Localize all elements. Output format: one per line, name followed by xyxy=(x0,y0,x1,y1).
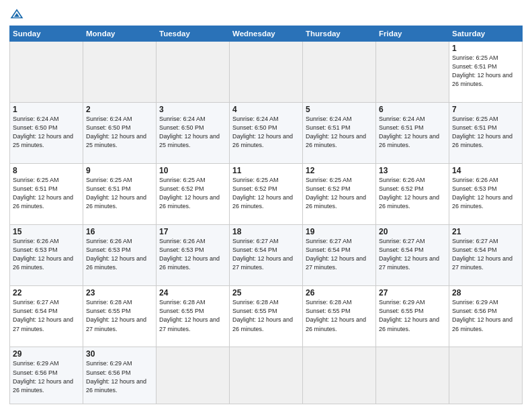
calendar-cell: 3 Sunrise: 6:24 AMSunset: 6:50 PMDayligh… xyxy=(157,103,230,164)
day-number: 11 xyxy=(232,166,300,175)
day-info: Sunrise: 6:24 AMSunset: 6:51 PMDaylight:… xyxy=(379,116,439,148)
calendar-day-header: Saturday xyxy=(449,26,523,42)
day-number: 21 xyxy=(452,227,519,236)
calendar-day-header: Monday xyxy=(83,26,157,42)
calendar-cell: 27 Sunrise: 6:29 AMSunset: 6:55 PMDaylig… xyxy=(376,286,449,347)
day-info: Sunrise: 6:29 AMSunset: 6:55 PMDaylight:… xyxy=(379,299,439,332)
logo xyxy=(9,7,27,21)
day-number: 3 xyxy=(159,105,226,114)
day-number: 6 xyxy=(379,105,446,114)
calendar-cell: 21 Sunrise: 6:27 AMSunset: 6:54 PMDaylig… xyxy=(449,225,523,286)
page: SundayMondayTuesdayWednesdayThursdayFrid… xyxy=(0,0,532,411)
calendar-cell: 14 Sunrise: 6:26 AMSunset: 6:53 PMDaylig… xyxy=(449,164,523,225)
calendar-cell: 28 Sunrise: 6:29 AMSunset: 6:56 PMDaylig… xyxy=(449,286,523,347)
day-info: Sunrise: 6:29 AMSunset: 6:56 PMDaylight:… xyxy=(452,299,513,332)
day-info: Sunrise: 6:25 AMSunset: 6:51 PMDaylight:… xyxy=(86,177,146,210)
calendar-cell: 4 Sunrise: 6:24 AMSunset: 6:50 PMDayligh… xyxy=(230,103,303,164)
day-info: Sunrise: 6:26 AMSunset: 6:53 PMDaylight:… xyxy=(86,238,146,271)
day-number: 9 xyxy=(86,166,153,175)
day-number: 26 xyxy=(306,288,373,298)
day-number: 1 xyxy=(13,105,80,114)
day-number: 12 xyxy=(306,166,373,175)
calendar-cell: 9 Sunrise: 6:25 AMSunset: 6:51 PMDayligh… xyxy=(83,164,157,225)
calendar-cell: 19 Sunrise: 6:27 AMSunset: 6:54 PMDaylig… xyxy=(303,225,376,286)
calendar-day-header: Thursday xyxy=(303,26,376,42)
calendar-cell: 26 Sunrise: 6:28 AMSunset: 6:55 PMDaylig… xyxy=(303,286,376,347)
calendar-cell: 11 Sunrise: 6:25 AMSunset: 6:52 PMDaylig… xyxy=(230,164,303,225)
day-number: 15 xyxy=(13,227,80,236)
day-number: 7 xyxy=(452,105,519,114)
day-info: Sunrise: 6:26 AMSunset: 6:53 PMDaylight:… xyxy=(13,238,73,271)
calendar-table: SundayMondayTuesdayWednesdayThursdayFrid… xyxy=(9,26,523,404)
day-number: 16 xyxy=(86,227,153,236)
calendar-cell xyxy=(303,42,376,103)
calendar-cell: 5 Sunrise: 6:24 AMSunset: 6:51 PMDayligh… xyxy=(303,103,376,164)
day-number: 8 xyxy=(13,166,80,175)
calendar-cell: 1 Sunrise: 6:25 AMSunset: 6:51 PMDayligh… xyxy=(449,42,523,103)
calendar-cell: 30 Sunrise: 6:29 AMSunset: 6:56 PMDaylig… xyxy=(83,347,157,404)
calendar-cell: 12 Sunrise: 6:25 AMSunset: 6:52 PMDaylig… xyxy=(303,164,376,225)
calendar-cell xyxy=(230,42,303,103)
calendar-cell xyxy=(230,347,303,404)
calendar-day-header: Friday xyxy=(376,26,449,42)
day-number: 18 xyxy=(232,227,300,236)
day-number: 22 xyxy=(13,288,80,298)
calendar-cell: 17 Sunrise: 6:26 AMSunset: 6:53 PMDaylig… xyxy=(157,225,230,286)
calendar-cell: 2 Sunrise: 6:24 AMSunset: 6:50 PMDayligh… xyxy=(83,103,157,164)
day-info: Sunrise: 6:24 AMSunset: 6:50 PMDaylight:… xyxy=(86,116,146,148)
day-info: Sunrise: 6:26 AMSunset: 6:52 PMDaylight:… xyxy=(379,177,439,210)
calendar-cell: 1 Sunrise: 6:24 AMSunset: 6:50 PMDayligh… xyxy=(10,103,83,164)
calendar-cell xyxy=(83,42,157,103)
day-number: 2 xyxy=(86,105,153,114)
calendar-cell: 10 Sunrise: 6:25 AMSunset: 6:52 PMDaylig… xyxy=(157,164,230,225)
day-number: 30 xyxy=(86,349,153,359)
day-info: Sunrise: 6:24 AMSunset: 6:51 PMDaylight:… xyxy=(306,116,366,148)
day-number: 14 xyxy=(452,166,519,175)
day-number: 1 xyxy=(452,44,519,53)
day-info: Sunrise: 6:29 AMSunset: 6:56 PMDaylight:… xyxy=(86,360,146,393)
day-info: Sunrise: 6:27 AMSunset: 6:54 PMDaylight:… xyxy=(13,299,73,332)
calendar-cell xyxy=(376,42,449,103)
day-info: Sunrise: 6:27 AMSunset: 6:54 PMDaylight:… xyxy=(379,238,439,271)
calendar-cell: 15 Sunrise: 6:26 AMSunset: 6:53 PMDaylig… xyxy=(10,225,83,286)
day-info: Sunrise: 6:26 AMSunset: 6:53 PMDaylight:… xyxy=(159,238,220,271)
day-info: Sunrise: 6:25 AMSunset: 6:52 PMDaylight:… xyxy=(159,177,220,210)
calendar-cell: 25 Sunrise: 6:28 AMSunset: 6:55 PMDaylig… xyxy=(230,286,303,347)
day-number: 5 xyxy=(306,105,373,114)
day-info: Sunrise: 6:28 AMSunset: 6:55 PMDaylight:… xyxy=(306,299,366,332)
day-number: 4 xyxy=(232,105,300,114)
day-info: Sunrise: 6:29 AMSunset: 6:56 PMDaylight:… xyxy=(13,360,73,393)
day-number: 17 xyxy=(159,227,226,236)
day-info: Sunrise: 6:25 AMSunset: 6:51 PMDaylight:… xyxy=(452,54,513,87)
calendar-cell: 6 Sunrise: 6:24 AMSunset: 6:51 PMDayligh… xyxy=(376,103,449,164)
day-info: Sunrise: 6:28 AMSunset: 6:55 PMDaylight:… xyxy=(232,299,293,332)
day-number: 24 xyxy=(159,288,226,298)
calendar-cell xyxy=(303,347,376,404)
calendar-day-header: Sunday xyxy=(10,26,83,42)
day-info: Sunrise: 6:24 AMSunset: 6:50 PMDaylight:… xyxy=(232,116,293,148)
day-info: Sunrise: 6:26 AMSunset: 6:53 PMDaylight:… xyxy=(452,177,513,210)
day-number: 25 xyxy=(232,288,300,298)
calendar-cell xyxy=(449,347,523,404)
calendar-cell: 8 Sunrise: 6:25 AMSunset: 6:51 PMDayligh… xyxy=(10,164,83,225)
day-number: 23 xyxy=(86,288,153,298)
day-info: Sunrise: 6:24 AMSunset: 6:50 PMDaylight:… xyxy=(159,116,220,148)
calendar-cell: 18 Sunrise: 6:27 AMSunset: 6:54 PMDaylig… xyxy=(230,225,303,286)
calendar-day-header: Tuesday xyxy=(157,26,230,42)
day-number: 13 xyxy=(379,166,446,175)
day-info: Sunrise: 6:25 AMSunset: 6:52 PMDaylight:… xyxy=(232,177,293,210)
calendar-cell: 23 Sunrise: 6:28 AMSunset: 6:55 PMDaylig… xyxy=(83,286,157,347)
day-number: 28 xyxy=(452,288,519,298)
day-info: Sunrise: 6:27 AMSunset: 6:54 PMDaylight:… xyxy=(452,238,513,271)
calendar-cell: 16 Sunrise: 6:26 AMSunset: 6:53 PMDaylig… xyxy=(83,225,157,286)
calendar-day-header: Wednesday xyxy=(230,26,303,42)
day-number: 10 xyxy=(159,166,226,175)
day-info: Sunrise: 6:24 AMSunset: 6:50 PMDaylight:… xyxy=(13,116,73,148)
day-number: 19 xyxy=(306,227,373,236)
day-info: Sunrise: 6:28 AMSunset: 6:55 PMDaylight:… xyxy=(86,299,146,332)
day-info: Sunrise: 6:25 AMSunset: 6:52 PMDaylight:… xyxy=(306,177,366,210)
calendar-header-row: SundayMondayTuesdayWednesdayThursdayFrid… xyxy=(10,26,523,42)
day-info: Sunrise: 6:25 AMSunset: 6:51 PMDaylight:… xyxy=(452,116,513,148)
day-info: Sunrise: 6:27 AMSunset: 6:54 PMDaylight:… xyxy=(306,238,366,271)
calendar-cell xyxy=(157,347,230,404)
